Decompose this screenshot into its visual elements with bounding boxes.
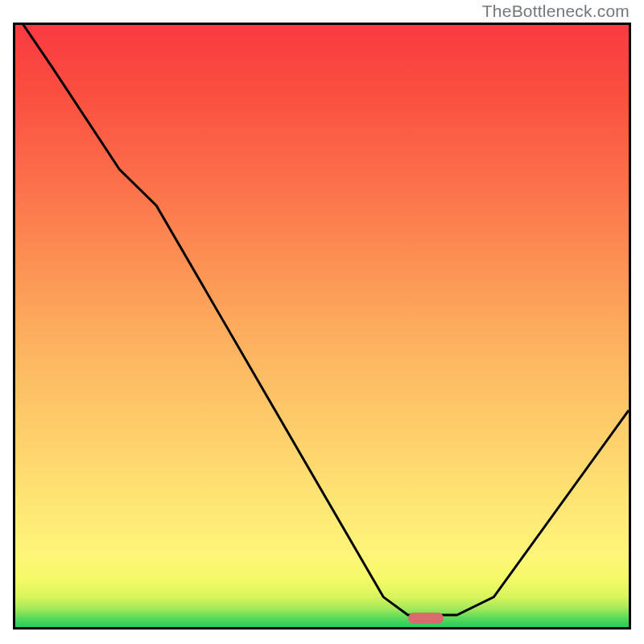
optimal-marker [408, 613, 444, 624]
bottleneck-curve-path [15, 25, 629, 615]
chart-plot-area [13, 23, 631, 630]
watermark-text: TheBottleneck.com [482, 2, 630, 21]
chart-line-svg [15, 25, 629, 627]
